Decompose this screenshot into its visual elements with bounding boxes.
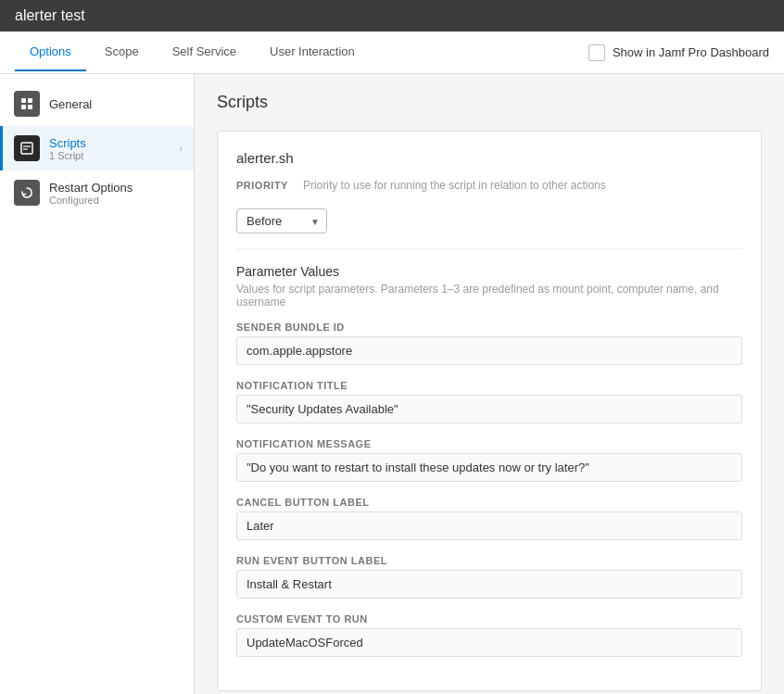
scripts-icon (14, 135, 40, 161)
svg-rect-2 (21, 105, 26, 109)
priority-field-group: Before After At Reboot ▼ (236, 208, 742, 233)
priority-select-wrapper: Before After At Reboot ▼ (236, 208, 327, 233)
svg-rect-4 (21, 143, 32, 154)
sidebar-scripts-subtitle: 1 Script (49, 150, 170, 161)
run-event-button-label-input[interactable] (236, 570, 742, 599)
notification-message-input[interactable] (236, 453, 742, 482)
notification-message-group: NOTIFICATION MESSAGE (236, 438, 742, 482)
sender-bundle-id-input[interactable] (236, 336, 742, 365)
sidebar-general-title: General (49, 97, 183, 111)
svg-rect-0 (21, 98, 26, 103)
sidebar: General Scripts 1 Script › (0, 74, 195, 694)
custom-event-to-run-group: CUSTOM EVENT TO RUN (236, 613, 742, 657)
main-layout: General Scripts 1 Script › (0, 74, 784, 694)
cancel-button-label-input[interactable] (236, 511, 742, 540)
sidebar-item-scripts[interactable]: Scripts 1 Script › (0, 126, 194, 170)
tab-options[interactable]: Options (15, 33, 86, 71)
sidebar-scripts-text: Scripts 1 Script (49, 136, 170, 161)
script-card: alerter.sh PRIORITY Priority to use for … (217, 131, 762, 691)
tab-self-service[interactable]: Self Service (158, 33, 251, 71)
scripts-chevron-icon: › (179, 143, 183, 154)
notification-title-input[interactable] (236, 395, 742, 423)
divider (236, 248, 742, 249)
content-title: Scripts (217, 93, 762, 112)
param-section-desc: Values for script parameters. Parameters… (236, 283, 742, 309)
sidebar-general-text: General (49, 97, 183, 111)
script-name: alerter.sh (236, 150, 742, 166)
general-icon (14, 91, 40, 117)
tab-bar: Options Scope Self Service User Interact… (0, 32, 784, 74)
priority-description: Priority to use for running the script i… (303, 179, 606, 192)
custom-event-to-run-input[interactable] (236, 628, 742, 657)
sidebar-item-restart-options[interactable]: Restart Options Configured (0, 170, 194, 215)
content-area: Scripts alerter.sh PRIORITY Priority to … (195, 74, 784, 694)
priority-label: PRIORITY (236, 180, 288, 191)
sidebar-restart-subtitle: Configured (49, 195, 183, 206)
cancel-button-label-group: CANCEL BUTTON LABEL (236, 497, 742, 540)
sidebar-item-general[interactable]: General (0, 82, 194, 126)
tab-user-interaction[interactable]: User Interaction (255, 33, 370, 71)
sender-bundle-id-label: SENDER BUNDLE ID (236, 322, 742, 333)
svg-rect-3 (28, 105, 32, 109)
priority-select[interactable]: Before After At Reboot (236, 208, 327, 233)
cancel-button-label-label: CANCEL BUTTON LABEL (236, 497, 742, 508)
notification-message-label: NOTIFICATION MESSAGE (236, 438, 742, 449)
dashboard-checkbox-area: Show in Jamf Pro Dashboard (588, 44, 769, 61)
restart-options-icon (14, 180, 40, 206)
priority-row: PRIORITY Priority to use for running the… (236, 179, 742, 192)
run-event-button-label-label: RUN EVENT BUTTON LABEL (236, 555, 742, 566)
notification-title-label: NOTIFICATION TITLE (236, 380, 742, 391)
run-event-button-label-group: RUN EVENT BUTTON LABEL (236, 555, 742, 599)
dashboard-checkbox[interactable] (588, 44, 605, 61)
notification-title-group: NOTIFICATION TITLE (236, 380, 742, 423)
tab-scope[interactable]: Scope (90, 33, 154, 71)
app-header: alerter test (0, 0, 784, 32)
sender-bundle-id-group: SENDER BUNDLE ID (236, 322, 742, 365)
sidebar-restart-text: Restart Options Configured (49, 181, 183, 206)
custom-event-to-run-label: CUSTOM EVENT TO RUN (236, 613, 742, 625)
sidebar-restart-title: Restart Options (49, 181, 183, 195)
sidebar-scripts-title: Scripts (49, 136, 170, 150)
param-section-title: Parameter Values (236, 264, 742, 279)
app-title: alerter test (15, 7, 85, 23)
dashboard-label: Show in Jamf Pro Dashboard (613, 45, 769, 59)
svg-rect-1 (28, 98, 32, 103)
